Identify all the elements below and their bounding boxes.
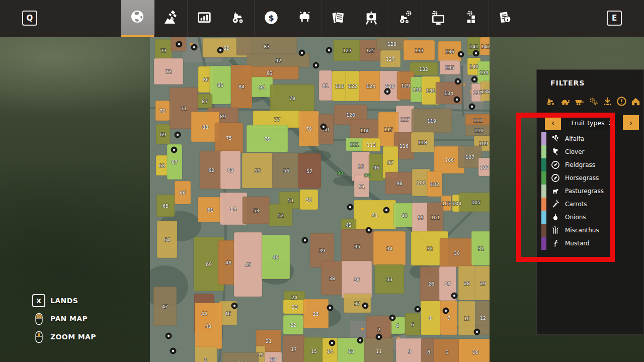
- tab-bar-chart[interactable]: [188, 0, 221, 37]
- next-category-button[interactable]: ›: [623, 115, 639, 130]
- poi-glyph: [178, 43, 180, 45]
- field-number: 62: [208, 167, 214, 173]
- field-number: 94: [259, 84, 265, 90]
- fruit-type-row-carrots[interactable]: Carrots: [537, 198, 644, 211]
- field-number: 142: [481, 44, 490, 49]
- field-number: 37: [354, 301, 360, 306]
- tab-info-pages[interactable]: [489, 0, 523, 37]
- cow-icon: [296, 10, 312, 28]
- filter-icon-row: [545, 95, 642, 108]
- field-number: 52: [278, 213, 284, 218]
- poi-glyph: [417, 308, 419, 310]
- house-filter-icon[interactable]: [629, 95, 642, 108]
- fruit-type-row-miscanthus[interactable]: Miscanthus: [537, 224, 644, 237]
- field-number: 136: [445, 49, 454, 54]
- fruit-type-row-onions[interactable]: Onions: [537, 211, 644, 224]
- field-number: 134: [444, 90, 453, 96]
- fruit-type-label: Onions: [565, 214, 586, 221]
- field-number: 139: [479, 70, 489, 75]
- poi-glyph: [460, 53, 462, 55]
- field-number: 33: [386, 277, 392, 282]
- fruit-type-row-fieldgrass[interactable]: Fieldgrass: [537, 158, 644, 171]
- fruit-type-label: Fieldgrass: [565, 161, 595, 168]
- tab-dollar[interactable]: $: [255, 0, 288, 37]
- field-number: 31: [478, 246, 484, 251]
- gears-filter-icon[interactable]: [587, 95, 600, 108]
- field-number: 73: [160, 48, 167, 53]
- bar-chart-icon: [196, 10, 212, 28]
- tab-notes[interactable]: [321, 0, 355, 37]
- prev-category-button[interactable]: ‹: [545, 115, 561, 130]
- field-number: 128: [387, 41, 396, 47]
- field-number: 71: [181, 106, 187, 111]
- tab-globe[interactable]: [121, 0, 154, 37]
- wheel-loader-filter-icon[interactable]: [559, 95, 572, 108]
- tab-monitor-gear[interactable]: [422, 0, 456, 37]
- field-number: 50: [306, 197, 312, 203]
- field-number: 92: [275, 58, 281, 63]
- field-number: 36: [354, 277, 360, 283]
- field-number: 125: [366, 48, 375, 53]
- key-hint-x: X: [32, 294, 45, 307]
- field-number: 98: [396, 180, 403, 186]
- mouse-zoom-icon: [32, 330, 45, 344]
- field-number: 4: [396, 323, 399, 328]
- tab-tractor-gear[interactable]: [388, 0, 422, 37]
- field-number: 2: [377, 327, 380, 332]
- fruit-type-row-pasturegrass[interactable]: Pasturegrass: [537, 185, 644, 198]
- category-label-bar: Fruit types 2: [561, 115, 623, 130]
- fruit-type-row-clover[interactable]: Clover: [537, 145, 644, 158]
- fruit-type-row-alfalfa[interactable]: Alfalfa: [537, 132, 644, 145]
- field-number: 29: [480, 281, 486, 286]
- field-number: 119: [427, 118, 436, 124]
- field-number: 106: [445, 157, 454, 163]
- field-number: 25: [313, 311, 319, 317]
- field-number: 9: [408, 349, 411, 354]
- tractor-filter-icon[interactable]: [545, 95, 557, 108]
- fruit-type-list: AlfalfaCloverFieldgrassHorsegrassPasture…: [537, 132, 644, 250]
- field-number: 120: [346, 112, 355, 118]
- field-number: 67: [172, 159, 178, 165]
- poi-glyph: [368, 229, 370, 231]
- field-number: 133: [415, 48, 424, 53]
- field-number: 107: [465, 154, 474, 160]
- miscanthus-icon: [550, 225, 560, 235]
- field-number: 135: [445, 65, 454, 70]
- field-number: 115: [384, 127, 393, 132]
- field-number: 105: [471, 200, 480, 205]
- fruit-type-label: Carrots: [565, 201, 587, 208]
- field-number: 104: [452, 201, 461, 206]
- poi-glyph: [359, 339, 361, 341]
- field-number: 112: [350, 142, 359, 147]
- fruit-type-label: Clover: [565, 148, 584, 155]
- poi-glyph: [173, 149, 175, 151]
- field-number: 10: [464, 316, 470, 321]
- trailer-filter-icon[interactable]: [573, 95, 586, 108]
- tab-tractor[interactable]: [221, 0, 255, 37]
- field-number: 22: [290, 322, 296, 328]
- poi-glyph: [168, 335, 170, 337]
- field-number: 141: [469, 44, 478, 49]
- field-number: 121: [335, 83, 344, 89]
- download-filter-icon[interactable]: [601, 95, 614, 108]
- fruit-type-row-mustard[interactable]: Mustard: [537, 237, 644, 250]
- legend-zoom-map: ZOOM MAP: [32, 328, 96, 346]
- alfalfa-icon: [550, 134, 560, 144]
- tab-satellite[interactable]: [154, 0, 188, 37]
- clover-icon: [550, 147, 560, 157]
- field-number: 127: [386, 56, 395, 62]
- fruit-type-label: Horsegrass: [565, 174, 599, 182]
- field-number: 46: [225, 311, 231, 316]
- field-number: 123: [343, 48, 352, 53]
- field-number: 79: [306, 126, 312, 132]
- fruit-type-row-horsegrass[interactable]: Horsegrass: [537, 171, 644, 185]
- tab-easel[interactable]: [355, 0, 389, 37]
- fruit-type-label: Mustard: [565, 240, 590, 247]
- fruit-color-swatch: [541, 198, 546, 211]
- tab-blocks-gear[interactable]: [455, 0, 489, 37]
- filters-title: FILTERS: [550, 79, 585, 87]
- warning-filter-icon[interactable]: [615, 95, 628, 108]
- farm-map[interactable]: 7374828392931231251281271331361411421321…: [150, 35, 490, 362]
- tab-cow[interactable]: [288, 0, 322, 37]
- field-number: 13: [348, 348, 354, 354]
